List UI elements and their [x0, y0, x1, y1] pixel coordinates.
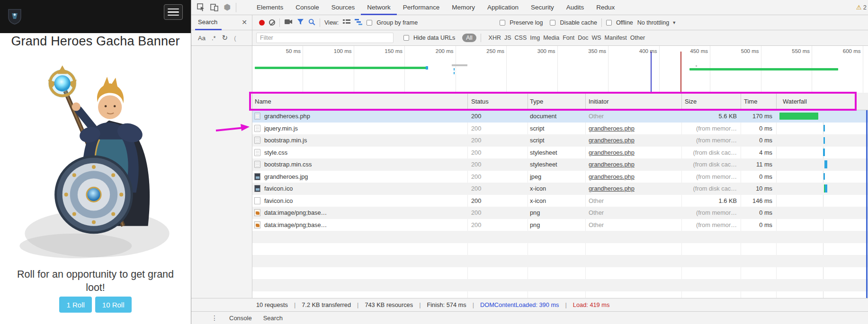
- preserve-log-label[interactable]: Preserve log: [510, 19, 543, 26]
- column-header-status[interactable]: Status: [471, 93, 489, 110]
- inspect-element-icon[interactable]: [194, 0, 207, 15]
- devtools-tab-application[interactable]: Application: [481, 0, 525, 15]
- network-request-row[interactable]: favicon.ico200x-iconOther1.6 KB146 ms: [252, 195, 868, 207]
- filter-type-css[interactable]: CSS: [515, 35, 527, 41]
- network-request-row[interactable]: grandheroes.jpg200jpeggrandheroes.php(fr…: [252, 171, 868, 183]
- roll-subtitle-line1: Roll for an opportunity to get grand: [17, 269, 174, 280]
- search-icon[interactable]: [308, 18, 315, 27]
- use-large-rows-icon[interactable]: [343, 19, 350, 26]
- record-button[interactable]: [259, 20, 265, 26]
- devtools-tab-redux[interactable]: Redux: [590, 0, 621, 15]
- devtools-tabbar: ⬢ ElementsConsoleSourcesNetworkPerforman…: [191, 0, 868, 15]
- column-header-name[interactable]: Name: [255, 93, 271, 110]
- drawer-tab-search[interactable]: Search: [263, 315, 283, 322]
- filter-type-all[interactable]: All: [462, 34, 476, 42]
- request-time: 0 ms: [741, 219, 772, 231]
- regex-toggle[interactable]: .*: [212, 35, 216, 42]
- filter-type-js[interactable]: JS: [504, 35, 511, 41]
- hide-data-urls-checkbox[interactable]: [403, 35, 409, 41]
- network-request-row[interactable]: jquery.min.js200scriptgrandheroes.php(fr…: [252, 123, 868, 135]
- filter-icon[interactable]: [297, 18, 304, 26]
- device-toolbar-icon[interactable]: [207, 0, 221, 15]
- status-separator: |: [473, 301, 474, 308]
- show-overview-icon[interactable]: [355, 19, 362, 26]
- column-header-time[interactable]: Time: [744, 93, 757, 110]
- menu-toggle-button[interactable]: [164, 4, 183, 20]
- request-initiator[interactable]: grandheroes.php: [589, 158, 679, 171]
- devtools-panel: ⬢ ElementsConsoleSourcesNetworkPerforman…: [191, 0, 868, 324]
- search-close-icon[interactable]: ✕: [242, 18, 247, 26]
- network-request-row[interactable]: grandheroes.php200documentOther5.6 KB170…: [252, 110, 868, 123]
- screenshot-capture-icon[interactable]: [284, 18, 293, 26]
- filter-type-doc[interactable]: Doc: [578, 35, 588, 41]
- timeline-gridline: [354, 46, 354, 93]
- column-header-initiator[interactable]: Initiator: [589, 93, 609, 110]
- filter-type-media[interactable]: Media: [543, 35, 559, 41]
- throttling-dropdown[interactable]: No throttling ▼: [637, 19, 676, 26]
- filter-type-other[interactable]: Other: [630, 35, 645, 41]
- column-header-waterfall[interactable]: Waterfall: [783, 93, 807, 110]
- search-pane-tab[interactable]: Search: [198, 18, 217, 26]
- site-logo-icon[interactable]: [7, 8, 23, 25]
- overview-gray-bar: [452, 64, 467, 66]
- timeline-tick-label: 350 ms: [577, 48, 606, 55]
- request-initiator[interactable]: grandheroes.php: [589, 134, 679, 147]
- request-name: data:image/png;base…: [264, 207, 463, 219]
- request-size: (from memor…: [669, 207, 737, 219]
- request-initiator[interactable]: grandheroes.php: [589, 147, 679, 159]
- request-initiator[interactable]: grandheroes.php: [589, 183, 679, 195]
- network-request-row[interactable]: data:image/png;base…200pngOther(from mem…: [252, 219, 868, 231]
- timeline-gridline: [659, 46, 660, 93]
- column-header-type[interactable]: Type: [530, 93, 543, 110]
- devtools-tab-elements[interactable]: Elements: [251, 0, 289, 15]
- devtools-warning-badge[interactable]: ⚠2: [856, 4, 868, 11]
- filter-input[interactable]: [256, 33, 394, 43]
- network-request-row[interactable]: data:image/png;base…200pngOther(from mem…: [252, 207, 868, 219]
- devtools-tab-memory[interactable]: Memory: [446, 0, 481, 15]
- filter-type-xhr[interactable]: XHR: [489, 35, 501, 41]
- timeline-tick-label: 400 ms: [628, 48, 657, 55]
- request-initiator: Other: [589, 219, 679, 231]
- drawer-tab-console[interactable]: Console: [229, 315, 252, 322]
- preserve-log-checkbox[interactable]: [500, 20, 505, 26]
- request-status: 200: [471, 110, 526, 123]
- network-overview-timeline[interactable]: 50 ms100 ms150 ms200 ms250 ms300 ms350 m…: [252, 46, 868, 93]
- request-initiator[interactable]: grandheroes.php: [589, 171, 679, 183]
- filter-type-manifest[interactable]: Manifest: [605, 35, 627, 41]
- devtools-tab-security[interactable]: Security: [525, 0, 560, 15]
- warning-count: 2: [863, 4, 867, 11]
- file-icon: [254, 137, 260, 144]
- network-request-row[interactable]: favicon.ico200x-icongrandheroes.php(from…: [252, 183, 868, 195]
- devtools-tab-network[interactable]: Network: [361, 0, 397, 15]
- hide-data-urls-label[interactable]: Hide data URLs: [413, 35, 455, 41]
- network-request-row[interactable]: bootstrap.min.css200stylesheetgrandheroe…: [252, 158, 868, 171]
- column-header-size[interactable]: Size: [685, 93, 697, 110]
- group-by-frame-label[interactable]: Group by frame: [376, 19, 418, 26]
- network-request-row[interactable]: style.css200stylesheetgrandheroes.php(fr…: [252, 147, 868, 159]
- filter-type-font[interactable]: Font: [563, 35, 574, 41]
- filter-type-ws[interactable]: WS: [591, 35, 601, 41]
- match-case-toggle[interactable]: Aa: [198, 35, 206, 42]
- devtools-tab-audits[interactable]: Audits: [560, 0, 591, 15]
- drawer-menu-icon[interactable]: ⋮: [211, 314, 218, 322]
- request-type: jpeg: [530, 171, 583, 183]
- filter-type-img[interactable]: Img: [530, 35, 540, 41]
- refresh-icon[interactable]: ↻: [222, 34, 228, 42]
- devtools-tab-console[interactable]: Console: [289, 0, 325, 15]
- network-table-body: grandheroes.php200documentOther5.6 KB170…: [252, 110, 868, 298]
- devtools-tab-sources[interactable]: Sources: [325, 0, 361, 15]
- request-initiator[interactable]: grandheroes.php: [589, 123, 679, 135]
- disable-cache-label[interactable]: Disable cache: [560, 19, 597, 26]
- network-request-row[interactable]: bootstrap.min.js200scriptgrandheroes.php…: [252, 134, 868, 147]
- ten-roll-button[interactable]: 10 Roll: [95, 297, 132, 313]
- offline-checkbox[interactable]: [606, 20, 612, 26]
- timeline-tick-label: 450 ms: [679, 48, 708, 55]
- network-filter-row: Hide data URLs All XHRJSCSSImgMediaFontD…: [252, 30, 868, 45]
- one-roll-button[interactable]: 1 Roll: [59, 297, 91, 313]
- clear-icon[interactable]: [269, 19, 275, 26]
- offline-label[interactable]: Offline: [616, 19, 633, 26]
- cube-extension-icon[interactable]: ⬢: [221, 0, 234, 15]
- group-by-frame-checkbox[interactable]: [367, 20, 372, 26]
- disable-cache-checkbox[interactable]: [550, 20, 555, 26]
- devtools-tab-performance[interactable]: Performance: [397, 0, 446, 15]
